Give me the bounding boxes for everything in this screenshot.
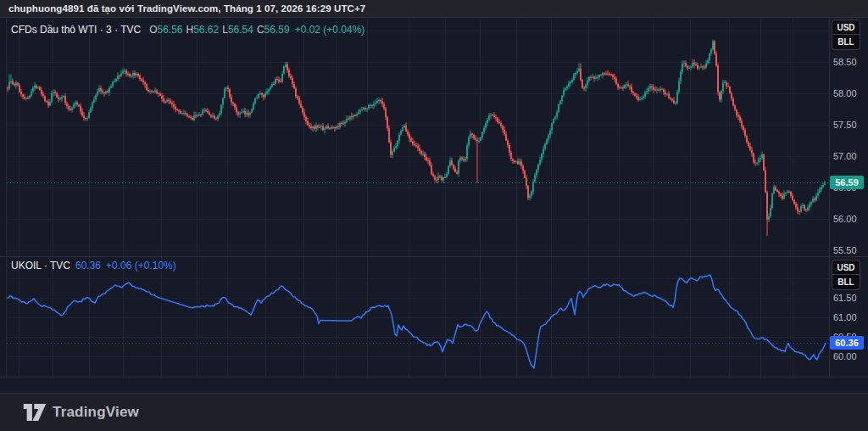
wti-price-label: 56.00 — [833, 214, 867, 224]
wti-change: +0.02 (+0.04%) — [295, 24, 365, 36]
wti-legend[interactable]: CFDs Dầu thô WTI · 3 · TVC O56.56H56.62L… — [11, 24, 364, 36]
ukoil-price-label: 61.50 — [833, 293, 867, 303]
ukoil-legend[interactable]: UKOIL · TVC 60.36 +0.06 (+0.10%) — [11, 260, 176, 271]
wti-price-label: 57.00 — [833, 151, 867, 161]
footer-bar: TradingView — [0, 393, 868, 431]
wti-unit-badge: USD BLL — [832, 20, 860, 50]
wti-last-price-badge: 56.59 — [830, 176, 864, 189]
ukoil-unit-badge: USD BLL — [832, 260, 860, 290]
ukoil-unit-currency: USD — [832, 260, 860, 275]
ohlc-value: 56.59 — [264, 24, 290, 36]
chart-canvas[interactable] — [0, 0, 868, 431]
wti-unit-currency: USD — [832, 20, 860, 35]
ukoil-unit-measure: BLL — [832, 275, 860, 289]
wti-symbol-title: CFDs Dầu thô WTI · 3 · TVC — [11, 24, 141, 36]
time-axis[interactable]: 3006:3012:0018:003106:3012:0018:00202606… — [0, 377, 868, 393]
ukoil-last-value: 60.36 — [75, 260, 101, 271]
ukoil-symbol-title: UKOIL · TVC — [11, 260, 70, 271]
tradingview-logo[interactable]: TradingView — [23, 403, 139, 422]
wti-price-label: 58.50 — [833, 57, 867, 67]
ohlc-value: 56.62 — [193, 24, 219, 36]
ohlc-value: 56.56 — [157, 24, 182, 36]
ukoil-last-price-badge: 60.36 — [830, 336, 864, 350]
ohlc-letter: L — [222, 24, 228, 36]
ukoil-price-label: 60.00 — [833, 351, 867, 361]
wti-ohlc-values: O56.56H56.62L56.54C56.59 — [146, 24, 290, 36]
ohlc-value: 56.54 — [228, 24, 253, 36]
wti-unit-measure: BLL — [832, 35, 860, 49]
ohlc-letter: H — [186, 24, 194, 36]
ohlc-letter: C — [257, 24, 264, 36]
ukoil-price-label: 61.00 — [833, 312, 867, 322]
tradingview-logo-text: TradingView — [53, 404, 139, 421]
tradingview-logo-icon — [23, 403, 47, 422]
wti-price-label: 57.50 — [833, 120, 867, 130]
wti-price-label: 55.50 — [833, 245, 867, 255]
ukoil-change: +0.06 (+0.10%) — [106, 260, 176, 271]
tradingview-snapshot: chuphuong4891 đã tạo với TradingView.com… — [0, 0, 868, 431]
wti-price-label: 58.00 — [833, 88, 867, 98]
